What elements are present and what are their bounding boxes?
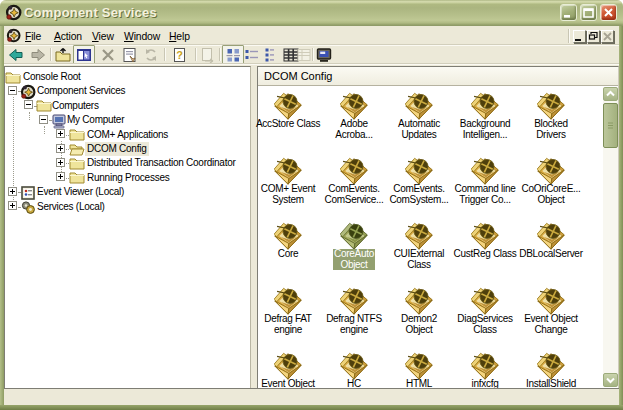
svg-text:?: ? [176, 49, 183, 61]
